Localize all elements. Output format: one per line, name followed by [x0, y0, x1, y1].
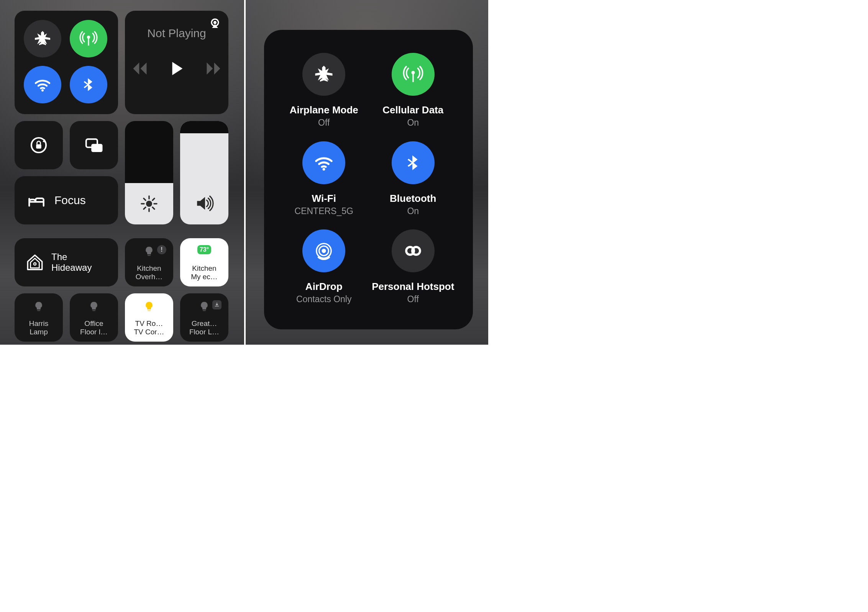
airplane-icon — [33, 29, 52, 48]
speaker-icon — [195, 194, 214, 213]
accessory-sub: My ec… — [184, 273, 225, 281]
bulb-icon — [143, 245, 156, 258]
wifi-icon — [33, 75, 52, 94]
airplane-icon — [313, 64, 334, 85]
item-title: Airplane Mode — [290, 104, 358, 116]
bulb-icon — [87, 300, 100, 313]
airdrop-item[interactable]: AirDrop Contacts Only — [279, 229, 369, 318]
cellular-data-item[interactable]: Cellular Data On — [369, 53, 458, 141]
accessory-title: Office — [74, 319, 114, 328]
accessory-sub: Floor l… — [74, 328, 114, 336]
bulb-icon — [32, 300, 45, 313]
accessory-title: TV Ro… — [129, 319, 169, 328]
bulb-icon — [198, 300, 211, 313]
brightness-icon — [140, 195, 158, 213]
home-accessory-tile[interactable]: 73° Kitchen My ec… — [180, 238, 228, 286]
bed-icon — [27, 191, 46, 210]
home-accessory-tile[interactable]: TV Ro… TV Cor… — [125, 293, 173, 342]
cellular-toggle[interactable] — [70, 20, 107, 57]
volume-slider[interactable] — [180, 121, 228, 224]
divider — [244, 0, 246, 345]
home-accessory-tile[interactable]: Great… Floor L… — [180, 293, 228, 342]
rotation-lock-toggle[interactable] — [15, 121, 63, 169]
item-status: Off — [318, 118, 330, 128]
bluetooth-icon — [81, 75, 96, 94]
now-playing-tile[interactable]: Not Playing — [125, 11, 228, 114]
bluetooth-item[interactable]: Bluetooth On — [369, 141, 458, 230]
antenna-icon — [79, 29, 98, 48]
accessory-title: Harris — [18, 319, 59, 328]
item-title: Wi-Fi — [312, 193, 336, 205]
bluetooth-toggle[interactable] — [70, 66, 107, 103]
accessory-sub: TV Cor… — [129, 328, 169, 336]
focus-tile[interactable]: Focus — [15, 176, 118, 224]
item-title: Bluetooth — [390, 193, 436, 205]
airplane-mode-item[interactable]: Airplane Mode Off — [279, 53, 369, 141]
play-button[interactable] — [168, 60, 185, 77]
wifi-toggle[interactable] — [24, 66, 61, 103]
airplane-mode-toggle[interactable] — [24, 20, 61, 57]
download-badge-icon — [212, 300, 222, 309]
home-accessory-tile[interactable]: ! Kitchen Overh… — [125, 238, 173, 286]
previous-track-button[interactable] — [132, 61, 148, 77]
temperature-badge: 73° — [197, 245, 211, 254]
personal-hotspot-item[interactable]: Personal Hotspot Off — [369, 229, 458, 318]
warning-badge-icon: ! — [157, 245, 166, 254]
wifi-icon — [313, 152, 334, 173]
control-center-pane: Not Playing — [0, 0, 244, 345]
now-playing-status: Not Playing — [147, 27, 206, 40]
item-status: On — [407, 118, 419, 128]
brightness-slider[interactable] — [125, 121, 173, 224]
item-status: On — [407, 206, 419, 216]
item-status: Off — [407, 294, 419, 304]
item-title: Personal Hotspot — [372, 281, 454, 293]
airdrop-icon — [313, 241, 334, 261]
rotation-lock-icon — [28, 135, 49, 155]
accessory-title: Kitchen — [129, 264, 169, 273]
accessory-sub: Floor L… — [184, 328, 225, 336]
connectivity-tile[interactable] — [15, 11, 118, 114]
item-status: CENTERS_5G — [295, 206, 353, 216]
accessory-title: Kitchen — [184, 264, 225, 273]
antenna-icon — [403, 64, 423, 85]
home-icon — [25, 253, 44, 272]
wifi-item[interactable]: Wi-Fi CENTERS_5G — [279, 141, 369, 230]
accessory-sub: Lamp — [18, 328, 59, 336]
airplay-audio-icon[interactable] — [208, 18, 222, 31]
bulb-on-icon — [143, 300, 156, 313]
next-track-button[interactable] — [205, 61, 222, 77]
connectivity-panel: Airplane Mode Off Cellular Data On Wi-Fi… — [264, 30, 473, 329]
item-title: Cellular Data — [382, 104, 443, 116]
expanded-connectivity-pane: Airplane Mode Off Cellular Data On Wi-Fi… — [244, 0, 488, 345]
screen-mirroring-button[interactable] — [70, 121, 118, 169]
home-accessory-tile[interactable]: Harris Lamp — [15, 293, 63, 342]
accessory-title: Great… — [184, 319, 225, 328]
focus-label: Focus — [54, 194, 86, 207]
home-house-tile[interactable]: The Hideaway — [15, 238, 118, 286]
bluetooth-icon — [404, 152, 422, 173]
screen-mirroring-icon — [84, 135, 104, 155]
item-title: AirDrop — [305, 281, 343, 293]
accessory-sub: Overh… — [129, 273, 169, 281]
home-name-label: The Hideaway — [51, 252, 92, 273]
home-accessory-tile[interactable]: Office Floor l… — [70, 293, 118, 342]
item-status: Contacts Only — [296, 294, 351, 304]
hotspot-icon — [403, 241, 423, 261]
